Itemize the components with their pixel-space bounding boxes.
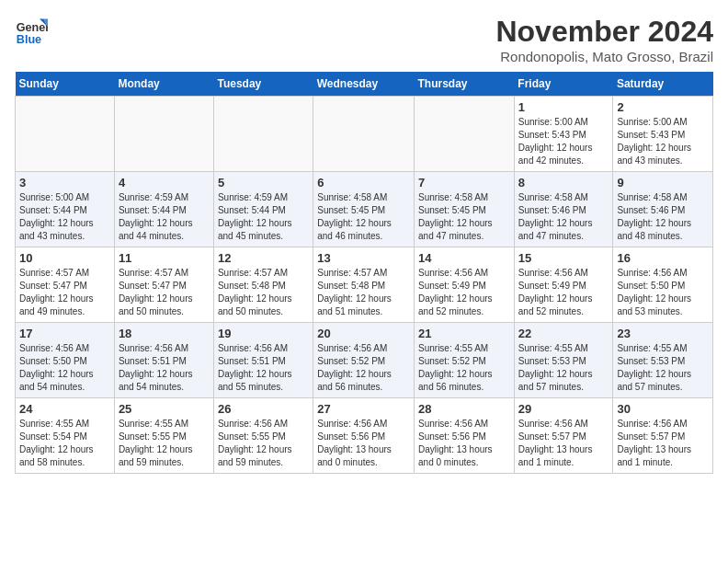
day-number: 9 [617, 176, 709, 190]
day-info: Sunrise: 4:58 AM Sunset: 5:46 PM Dayligh… [518, 191, 609, 243]
week-row-3: 17Sunrise: 4:56 AM Sunset: 5:50 PM Dayli… [16, 323, 713, 398]
day-info: Sunrise: 4:56 AM Sunset: 5:56 PM Dayligh… [418, 418, 510, 469]
calendar-cell: 6Sunrise: 4:58 AM Sunset: 5:45 PM Daylig… [313, 172, 415, 247]
day-info: Sunrise: 4:59 AM Sunset: 5:44 PM Dayligh… [218, 191, 309, 243]
day-number: 27 [317, 402, 410, 416]
svg-text:Blue: Blue [17, 33, 41, 46]
day-number: 24 [19, 402, 110, 416]
day-info: Sunrise: 4:56 AM Sunset: 5:57 PM Dayligh… [518, 418, 609, 469]
calendar-cell: 22Sunrise: 4:55 AM Sunset: 5:53 PM Dayli… [514, 323, 613, 398]
day-info: Sunrise: 4:58 AM Sunset: 5:46 PM Dayligh… [617, 191, 709, 243]
week-row-0: 1Sunrise: 5:00 AM Sunset: 5:43 PM Daylig… [16, 97, 713, 172]
calendar-cell: 26Sunrise: 4:56 AM Sunset: 5:55 PM Dayli… [213, 398, 313, 474]
calendar-cell [16, 97, 115, 172]
day-number: 18 [119, 327, 210, 340]
day-info: Sunrise: 4:56 AM Sunset: 5:55 PM Dayligh… [218, 418, 309, 469]
day-info: Sunrise: 4:58 AM Sunset: 5:45 PM Dayligh… [317, 191, 410, 243]
day-info: Sunrise: 4:56 AM Sunset: 5:49 PM Dayligh… [518, 267, 609, 318]
weekday-header-sunday: Sunday [16, 72, 115, 97]
page-header: General Blue November 2024 Rondonopolis,… [15, 15, 713, 64]
day-info: Sunrise: 4:56 AM Sunset: 5:52 PM Dayligh… [317, 342, 410, 394]
calendar-cell: 19Sunrise: 4:56 AM Sunset: 5:51 PM Dayli… [213, 323, 313, 398]
day-number: 21 [418, 327, 510, 340]
day-number: 10 [19, 251, 110, 265]
weekday-header-wednesday: Wednesday [313, 72, 415, 97]
day-number: 8 [518, 176, 609, 190]
day-number: 19 [218, 327, 309, 340]
calendar-cell: 29Sunrise: 4:56 AM Sunset: 5:57 PM Dayli… [514, 398, 613, 474]
calendar-cell: 25Sunrise: 4:55 AM Sunset: 5:55 PM Dayli… [114, 398, 213, 474]
day-number: 22 [518, 327, 609, 340]
day-number: 11 [119, 251, 210, 265]
day-info: Sunrise: 4:57 AM Sunset: 5:48 PM Dayligh… [317, 267, 410, 318]
day-info: Sunrise: 4:57 AM Sunset: 5:47 PM Dayligh… [19, 267, 110, 318]
day-number: 29 [518, 402, 609, 416]
calendar-cell: 11Sunrise: 4:57 AM Sunset: 5:47 PM Dayli… [114, 247, 213, 323]
title-section: November 2024 Rondonopolis, Mato Grosso,… [495, 15, 713, 64]
day-number: 12 [218, 251, 309, 265]
day-info: Sunrise: 4:55 AM Sunset: 5:54 PM Dayligh… [19, 418, 110, 469]
day-info: Sunrise: 4:56 AM Sunset: 5:50 PM Dayligh… [617, 267, 709, 318]
logo-icon: General Blue [15, 15, 48, 48]
day-info: Sunrise: 4:56 AM Sunset: 5:56 PM Dayligh… [317, 418, 410, 469]
day-number: 20 [317, 327, 410, 340]
logo: General Blue [15, 15, 48, 48]
day-info: Sunrise: 4:56 AM Sunset: 5:50 PM Dayligh… [19, 342, 110, 394]
calendar-cell: 4Sunrise: 4:59 AM Sunset: 5:44 PM Daylig… [114, 172, 213, 247]
day-number: 17 [19, 327, 110, 340]
day-info: Sunrise: 4:55 AM Sunset: 5:52 PM Dayligh… [418, 342, 510, 394]
calendar-cell: 1Sunrise: 5:00 AM Sunset: 5:43 PM Daylig… [514, 97, 613, 172]
calendar-subtitle: Rondonopolis, Mato Grosso, Brazil [495, 49, 713, 64]
calendar-cell: 27Sunrise: 4:56 AM Sunset: 5:56 PM Dayli… [313, 398, 415, 474]
day-number: 16 [617, 251, 709, 265]
day-number: 6 [317, 176, 410, 190]
day-number: 26 [218, 402, 309, 416]
weekday-header-saturday: Saturday [613, 72, 713, 97]
weekday-header-thursday: Thursday [415, 72, 515, 97]
calendar-table: SundayMondayTuesdayWednesdayThursdayFrid… [15, 72, 713, 474]
day-number: 28 [418, 402, 510, 416]
day-info: Sunrise: 4:59 AM Sunset: 5:44 PM Dayligh… [119, 191, 210, 243]
day-info: Sunrise: 4:55 AM Sunset: 5:53 PM Dayligh… [617, 342, 709, 394]
day-info: Sunrise: 5:00 AM Sunset: 5:43 PM Dayligh… [617, 116, 709, 167]
day-number: 30 [617, 402, 709, 416]
calendar-cell: 16Sunrise: 4:56 AM Sunset: 5:50 PM Dayli… [613, 247, 713, 323]
weekday-header-row: SundayMondayTuesdayWednesdayThursdayFrid… [16, 72, 713, 97]
calendar-cell: 14Sunrise: 4:56 AM Sunset: 5:49 PM Dayli… [415, 247, 515, 323]
calendar-cell: 10Sunrise: 4:57 AM Sunset: 5:47 PM Dayli… [16, 247, 115, 323]
calendar-cell: 2Sunrise: 5:00 AM Sunset: 5:43 PM Daylig… [613, 97, 713, 172]
calendar-cell [114, 97, 213, 172]
calendar-cell: 9Sunrise: 4:58 AM Sunset: 5:46 PM Daylig… [613, 172, 713, 247]
calendar-cell: 18Sunrise: 4:56 AM Sunset: 5:51 PM Dayli… [114, 323, 213, 398]
day-number: 15 [518, 251, 609, 265]
day-number: 4 [119, 176, 210, 190]
day-number: 1 [518, 100, 609, 114]
calendar-cell: 24Sunrise: 4:55 AM Sunset: 5:54 PM Dayli… [16, 398, 115, 474]
calendar-title: November 2024 [495, 15, 713, 49]
day-info: Sunrise: 4:56 AM Sunset: 5:51 PM Dayligh… [119, 342, 210, 394]
calendar-cell: 12Sunrise: 4:57 AM Sunset: 5:48 PM Dayli… [213, 247, 313, 323]
day-number: 14 [418, 251, 510, 265]
weekday-header-monday: Monday [114, 72, 213, 97]
calendar-cell: 7Sunrise: 4:58 AM Sunset: 5:45 PM Daylig… [415, 172, 515, 247]
day-info: Sunrise: 4:56 AM Sunset: 5:57 PM Dayligh… [617, 418, 709, 469]
day-info: Sunrise: 5:00 AM Sunset: 5:44 PM Dayligh… [19, 191, 110, 243]
day-number: 7 [418, 176, 510, 190]
calendar-cell: 3Sunrise: 5:00 AM Sunset: 5:44 PM Daylig… [16, 172, 115, 247]
calendar-cell: 28Sunrise: 4:56 AM Sunset: 5:56 PM Dayli… [415, 398, 515, 474]
day-info: Sunrise: 4:56 AM Sunset: 5:51 PM Dayligh… [218, 342, 309, 394]
calendar-cell: 15Sunrise: 4:56 AM Sunset: 5:49 PM Dayli… [514, 247, 613, 323]
calendar-cell [415, 97, 515, 172]
calendar-cell [213, 97, 313, 172]
calendar-cell: 8Sunrise: 4:58 AM Sunset: 5:46 PM Daylig… [514, 172, 613, 247]
calendar-cell: 21Sunrise: 4:55 AM Sunset: 5:52 PM Dayli… [415, 323, 515, 398]
calendar-cell: 30Sunrise: 4:56 AM Sunset: 5:57 PM Dayli… [613, 398, 713, 474]
day-info: Sunrise: 4:55 AM Sunset: 5:53 PM Dayligh… [518, 342, 609, 394]
day-number: 5 [218, 176, 309, 190]
weekday-header-tuesday: Tuesday [213, 72, 313, 97]
day-info: Sunrise: 4:55 AM Sunset: 5:55 PM Dayligh… [119, 418, 210, 469]
weekday-header-friday: Friday [514, 72, 613, 97]
day-info: Sunrise: 4:58 AM Sunset: 5:45 PM Dayligh… [418, 191, 510, 243]
calendar-cell: 17Sunrise: 4:56 AM Sunset: 5:50 PM Dayli… [16, 323, 115, 398]
week-row-1: 3Sunrise: 5:00 AM Sunset: 5:44 PM Daylig… [16, 172, 713, 247]
